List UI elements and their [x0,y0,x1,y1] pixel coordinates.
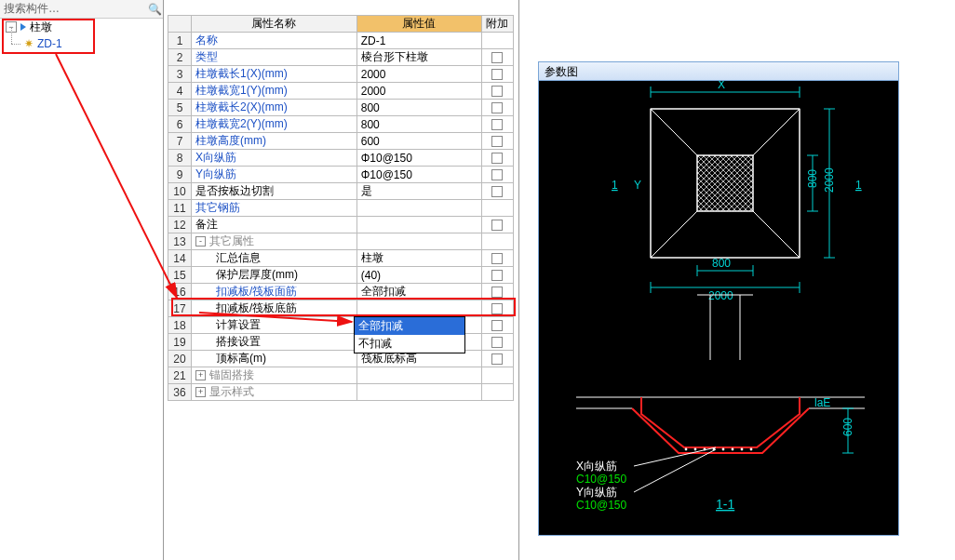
row-number: 10 [168,183,192,200]
property-value[interactable]: Φ10@150 [356,150,481,167]
svg-text:800: 800 [712,257,731,270]
property-value[interactable] [356,217,481,233]
search-icon[interactable]: 🔍 [146,3,163,16]
table-row[interactable]: 17扣减板/筏板底筋 [168,300,514,317]
property-value[interactable]: Φ10@150 [356,167,481,183]
property-extra[interactable] [481,384,514,401]
checkbox-icon[interactable] [491,169,503,180]
dropdown-option-1[interactable]: 不扣减 [355,335,464,353]
property-extra[interactable] [481,183,514,200]
row-number: 36 [168,384,192,401]
table-row[interactable]: 4柱墩截宽1(Y)(mm)2000 [168,83,514,100]
checkbox-icon[interactable] [491,52,503,63]
property-value[interactable] [356,384,481,401]
property-extra[interactable] [481,317,514,334]
table-row[interactable]: 13-其它属性 [168,233,514,250]
property-extra[interactable] [481,116,514,133]
checkbox-icon[interactable] [491,119,503,130]
property-value[interactable]: (40) [356,267,481,284]
checkbox-icon[interactable] [491,287,503,298]
property-value[interactable]: 棱台形下柱墩 [356,49,481,66]
checkbox-icon[interactable] [491,320,503,331]
property-value[interactable]: ZD-1 [356,33,481,49]
table-row[interactable]: 3柱墩截长1(X)(mm)2000 [168,66,514,83]
checkbox-icon[interactable] [491,102,503,113]
property-extra[interactable] [481,267,514,284]
table-row[interactable]: 5柱墩截长2(X)(mm)800 [168,100,514,116]
property-extra[interactable] [481,351,514,367]
table-row[interactable]: 11其它钢筋 [168,200,514,217]
property-value[interactable] [356,367,481,384]
table-row[interactable]: 14汇总信息柱墩 [168,250,514,267]
property-name: 搭接设置 [192,334,357,351]
property-extra[interactable] [481,284,514,300]
checkbox-icon[interactable] [491,136,503,147]
tree-root[interactable]: − 柱墩 [0,19,163,35]
tree-search[interactable]: 搜索构件… 🔍 [0,0,163,19]
property-extra[interactable] [481,200,514,217]
property-extra[interactable] [481,33,514,49]
table-row[interactable]: 2类型棱台形下柱墩 [168,49,514,66]
svg-text:C10@150: C10@150 [576,473,627,486]
checkbox-icon[interactable] [491,303,503,314]
property-value[interactable]: 600 [356,133,481,150]
table-row[interactable]: 16扣减板/筏板面筋全部扣减 [168,284,514,300]
property-value[interactable]: 是 [356,183,481,200]
property-extra[interactable] [481,167,514,183]
table-row[interactable]: 36+显示样式 [168,384,514,401]
table-row[interactable]: 1名称ZD-1 [168,33,514,49]
property-extra[interactable] [481,49,514,66]
checkbox-icon[interactable] [491,69,503,80]
property-extra[interactable] [481,300,514,317]
table-row[interactable]: 7柱墩高度(mm)600 [168,133,514,150]
property-value[interactable]: 800 [356,100,481,116]
property-value[interactable]: 2000 [356,83,481,100]
checkbox-icon[interactable] [491,86,503,97]
table-row[interactable]: 15保护层厚度(mm)(40) [168,267,514,284]
property-extra[interactable] [481,66,514,83]
svg-text:Y: Y [634,179,641,192]
property-extra[interactable] [481,100,514,116]
property-extra[interactable] [481,233,514,250]
property-name: 扣减板/筏板底筋 [192,300,357,317]
table-row[interactable]: 9Y向纵筋Φ10@150 [168,167,514,183]
checkbox-icon[interactable] [491,220,503,231]
checkbox-icon[interactable] [491,253,503,264]
property-extra[interactable] [481,250,514,267]
table-row[interactable]: 8X向纵筋Φ10@150 [168,150,514,167]
property-value[interactable]: 800 [356,116,481,133]
checkbox-icon[interactable] [491,270,503,281]
property-extra[interactable] [481,150,514,167]
checkbox-icon[interactable] [491,337,503,348]
table-row[interactable]: 12备注 [168,217,514,233]
row-number: 20 [168,351,192,367]
dropdown-options[interactable]: 全部扣减 不扣减 [354,316,465,353]
property-value[interactable] [356,200,481,217]
tree-child-zd1[interactable]: ✷ ZD-1 [0,35,163,52]
checkbox-icon[interactable] [491,153,503,164]
property-extra[interactable] [481,133,514,150]
tree-root-label: 柱墩 [30,20,52,35]
table-row[interactable]: 21+锚固搭接 [168,367,514,384]
property-name: 是否按板边切割 [192,183,357,200]
property-name: X向纵筋 [192,150,357,167]
property-value[interactable] [356,233,481,250]
checkbox-icon[interactable] [491,186,503,197]
table-row[interactable]: 6柱墩截宽2(Y)(mm)800 [168,116,514,133]
property-value[interactable]: 2000 [356,66,481,83]
dropdown-option-0[interactable]: 全部扣减 [355,317,464,335]
property-name: +显示样式 [192,384,357,401]
folder-icon [20,23,26,31]
property-value[interactable]: 柱墩 [356,250,481,267]
svg-text:Y向纵筋: Y向纵筋 [576,486,617,499]
svg-line-54 [634,449,716,492]
property-extra[interactable] [481,334,514,351]
table-row[interactable]: 10是否按板边切割是 [168,183,514,200]
checkbox-icon[interactable] [491,353,503,365]
property-extra[interactable] [481,367,514,384]
property-extra[interactable] [481,217,514,233]
property-extra[interactable] [481,83,514,100]
property-value[interactable] [356,300,481,317]
svg-marker-3 [651,211,800,258]
property-value[interactable]: 全部扣减 [356,284,481,300]
